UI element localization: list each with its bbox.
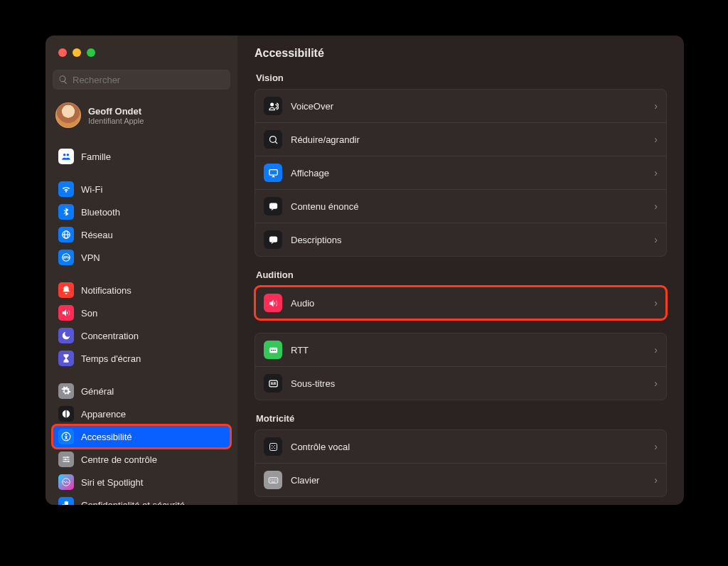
vpn-icon-tile — [58, 250, 74, 265]
panel: Contrôle vocal › Clavier › — [255, 429, 667, 497]
gear-icon — [61, 386, 71, 396]
sidebar-item-son[interactable]: Son — [53, 301, 230, 324]
search-input[interactable] — [73, 75, 225, 85]
sidebar-item-apparence[interactable]: Apparence — [53, 402, 230, 425]
sliders-icon-tile — [58, 452, 74, 467]
zoom-icon-tile — [264, 130, 282, 149]
sidebar-item-wifi[interactable]: Wi-Fi — [53, 178, 230, 201]
sidebar-item-label: Réseau — [81, 230, 113, 240]
section-header-vision: Vision — [256, 73, 667, 83]
sidebar-item-label: Apparence — [81, 409, 126, 420]
row-audio[interactable]: Audio › — [255, 287, 666, 319]
sidebar-item-general[interactable]: Général — [53, 380, 230, 402]
accessibility-icon — [61, 432, 71, 442]
vpn-icon — [61, 252, 71, 262]
settings-window: Geoff Ondet Identifiant Apple Famille Wi… — [46, 36, 684, 505]
siri-icon — [61, 477, 71, 487]
sidebar-item-label: Siri et Spotlight — [81, 477, 143, 488]
display-icon — [268, 168, 279, 178]
row-label: Contenu énoncé — [291, 201, 646, 212]
sidebar-item-notifications[interactable]: Notifications — [53, 279, 230, 301]
bell-icon-tile — [58, 282, 74, 298]
row-label: Descriptions — [291, 235, 646, 245]
captions-icon — [268, 378, 279, 389]
speaker-icon — [61, 308, 71, 318]
sidebar-item-siri[interactable]: Siri et Spotlight — [53, 471, 230, 493]
profile-name: Geoff Ondet — [88, 106, 144, 117]
search-field[interactable] — [53, 70, 230, 90]
speaker-icon — [268, 298, 279, 309]
chevron-right-icon: › — [654, 474, 658, 486]
row-affichage[interactable]: Affichage › — [255, 156, 666, 189]
sidebar-item-temps-ecran[interactable]: Temps d'écran — [53, 347, 230, 370]
chevron-right-icon: › — [654, 134, 658, 145]
accessibility-icon-tile — [58, 429, 74, 444]
row-label: Clavier — [291, 475, 646, 486]
chevron-right-icon: › — [654, 201, 658, 212]
sidebar-item-bluetooth[interactable]: Bluetooth — [53, 201, 230, 223]
voicecontrol-icon-tile — [264, 437, 282, 456]
bluetooth-icon — [61, 207, 71, 217]
speech-icon-tile — [264, 230, 282, 249]
row-rtt[interactable]: RTT › — [255, 333, 666, 366]
chevron-right-icon: › — [654, 297, 658, 309]
sidebar-item-label: Famille — [81, 151, 111, 162]
sidebar-item-famille[interactable]: Famille — [53, 145, 230, 168]
sidebar-item-label: Accessibilité — [81, 432, 132, 442]
apple-id-profile[interactable]: Geoff Ondet Identifiant Apple — [53, 98, 230, 135]
bell-icon — [61, 285, 71, 295]
fullscreen-button[interactable] — [87, 48, 95, 57]
row-descriptions[interactable]: Descriptions › — [255, 223, 666, 256]
row-clavier[interactable]: Clavier › — [255, 463, 666, 496]
sidebar-item-accessibilite[interactable]: Accessibilité — [53, 425, 230, 448]
sidebar: Geoff Ondet Identifiant Apple Famille Wi… — [46, 36, 237, 505]
keyboard-icon — [268, 475, 279, 486]
hourglass-icon-tile — [58, 351, 74, 366]
traffic-lights — [58, 48, 95, 57]
chevron-right-icon: › — [654, 378, 658, 389]
sidebar-item-label: Confidentialité et sécurité — [81, 500, 185, 506]
gear-icon-tile — [58, 383, 74, 399]
search-icon — [58, 75, 68, 85]
keyboard-icon-tile — [264, 471, 282, 489]
section-header-motricité: Motricité — [256, 413, 667, 424]
minimize-button[interactable] — [73, 48, 81, 57]
row-label: Sous-titres — [291, 378, 646, 389]
page-title: Accessibilité — [255, 47, 667, 60]
row-contenu-enonce[interactable]: Contenu énoncé › — [255, 189, 666, 223]
section-header-audition: Audition — [256, 269, 667, 280]
chevron-right-icon: › — [654, 344, 658, 356]
sidebar-item-label: Centre de contrôle — [81, 454, 157, 465]
sidebar-item-reseau[interactable]: Réseau — [53, 223, 230, 246]
wifi-icon — [61, 184, 71, 194]
voiceover-icon-tile — [264, 97, 282, 115]
sidebar-item-label: Son — [81, 308, 97, 319]
row-sous-titres[interactable]: Sous-titres › — [255, 366, 666, 400]
hourglass-icon — [61, 353, 71, 363]
wifi-icon-tile — [58, 181, 74, 197]
panel: VoiceOver › Réduire/agrandir › Affichage… — [255, 89, 667, 257]
panel: RTT › Sous-titres › — [255, 333, 667, 400]
globe-icon-tile — [58, 227, 74, 242]
chevron-right-icon: › — [654, 441, 658, 452]
speech-icon — [268, 201, 279, 212]
sidebar-item-confidentialite[interactable]: Confidentialité et sécurité — [53, 493, 230, 505]
voiceover-icon — [268, 101, 279, 112]
row-controle-vocal[interactable]: Contrôle vocal › — [255, 430, 666, 463]
close-button[interactable] — [58, 48, 67, 57]
hand-icon-tile — [58, 497, 74, 505]
sidebar-item-centre-controle[interactable]: Centre de contrôle — [53, 448, 230, 471]
row-voiceover[interactable]: VoiceOver › — [255, 90, 666, 122]
row-label: Réduire/agrandir — [291, 134, 646, 145]
row-zoom[interactable]: Réduire/agrandir › — [255, 122, 666, 156]
chevron-right-icon: › — [654, 100, 658, 112]
family-icon-tile — [58, 149, 74, 164]
display-icon-tile — [264, 164, 282, 182]
captions-icon-tile — [264, 374, 282, 393]
moon-icon — [61, 331, 71, 341]
sidebar-item-concentration[interactable]: Concentration — [53, 324, 230, 347]
appearance-icon — [61, 409, 71, 419]
panel-highlighted: Audio › — [255, 286, 667, 320]
sidebar-item-vpn[interactable]: VPN — [53, 246, 230, 269]
chevron-right-icon: › — [654, 167, 658, 178]
